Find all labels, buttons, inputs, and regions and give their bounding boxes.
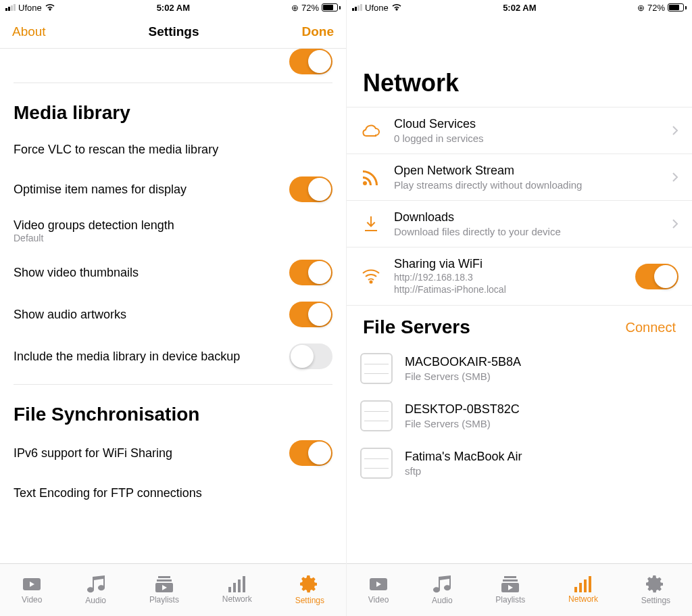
chevron-right-icon xyxy=(672,125,678,136)
toggle-unknown[interactable] xyxy=(289,49,332,74)
item-title: Cloud Services xyxy=(394,117,660,131)
item-sub: Play streams directly without downloadin… xyxy=(394,179,660,191)
row-label: Include the media library in device back… xyxy=(14,350,240,364)
network-icon xyxy=(574,576,592,592)
wifi-url-1: http://192.168.18.3 xyxy=(394,271,623,283)
item-cloud-services[interactable]: Cloud Services 0 logged in services xyxy=(347,107,692,154)
chevron-right-icon xyxy=(672,172,678,183)
music-icon xyxy=(87,575,105,594)
chevron-right-icon xyxy=(672,218,678,229)
toggle-thumbnails[interactable] xyxy=(289,260,332,285)
battery-icon xyxy=(322,3,341,11)
item-sub: Download files directly to your device xyxy=(394,226,660,237)
clock: 5:02 AM xyxy=(157,3,190,13)
done-button[interactable]: Done xyxy=(301,24,334,39)
row-rescan[interactable]: Force VLC to rescan the media library xyxy=(0,131,346,168)
toggle-ipv6[interactable] xyxy=(289,440,332,466)
tab-settings[interactable]: Settings xyxy=(641,575,670,605)
battery-icon xyxy=(668,3,687,11)
video-icon xyxy=(22,575,42,593)
carrier-label: Ufone xyxy=(18,3,42,13)
tab-audio[interactable]: Audio xyxy=(85,575,106,605)
gear-icon xyxy=(300,575,319,594)
row-label: Force VLC to rescan the media library xyxy=(14,143,218,157)
item-downloads[interactable]: Downloads Download files directly to you… xyxy=(347,201,692,247)
carrier-label: Ufone xyxy=(365,3,389,13)
tab-settings[interactable]: Settings xyxy=(295,575,324,605)
battery-percent: 72% xyxy=(301,3,319,13)
section-title: File Servers xyxy=(363,316,470,338)
about-button[interactable]: About xyxy=(12,24,46,39)
download-icon xyxy=(360,215,382,233)
tab-network[interactable]: Network xyxy=(568,576,598,604)
status-bar: Ufone 5:02 AM ⊕ 72% xyxy=(347,0,692,15)
row-encoding[interactable]: Text Encoding for FTP connections xyxy=(0,474,346,512)
network-icon xyxy=(228,576,246,592)
row-label: Video groups detection length xyxy=(14,218,174,233)
server-item[interactable]: DESKTOP-0BST82C File Servers (SMB) xyxy=(347,392,692,440)
signal-icon xyxy=(352,4,362,11)
network-content: Network Cloud Services 0 logged in servi… xyxy=(347,15,692,563)
partial-row xyxy=(0,49,346,82)
tab-audio[interactable]: Audio xyxy=(432,575,453,605)
svg-rect-21 xyxy=(589,576,591,592)
row-groups[interactable]: Video groups detection length Default xyxy=(0,210,346,252)
connect-button[interactable]: Connect xyxy=(626,320,676,335)
row-label: Show audio artworks xyxy=(14,308,126,322)
item-title: Downloads xyxy=(394,210,660,224)
svg-rect-15 xyxy=(503,579,518,582)
tab-video[interactable]: Video xyxy=(22,575,42,605)
server-name: Fatima's MacBook Air xyxy=(405,450,678,464)
server-item[interactable]: MACBOOKAIR-5B8A File Servers (SMB) xyxy=(347,345,692,392)
server-icon xyxy=(360,448,393,479)
stream-icon xyxy=(360,168,382,186)
toggle-wifi-sharing[interactable] xyxy=(635,264,678,289)
wifi-icon xyxy=(391,3,402,11)
tab-playlists[interactable]: Playlists xyxy=(149,575,179,605)
wifi-url-2: http://Fatimas-iPhone.local xyxy=(394,283,623,295)
clock: 5:02 AM xyxy=(503,3,536,13)
video-icon xyxy=(368,575,389,593)
server-type: File Servers (SMB) xyxy=(405,371,678,382)
svg-rect-8 xyxy=(238,579,241,592)
tab-video[interactable]: Video xyxy=(368,575,389,605)
server-item[interactable]: Fatima's MacBook Air sftp xyxy=(347,440,692,487)
row-artworks: Show audio artworks xyxy=(0,293,346,335)
tab-bar: Video Audio Playlists Network Settings xyxy=(347,563,692,616)
tab-network[interactable]: Network xyxy=(222,576,252,604)
tab-playlists[interactable]: Playlists xyxy=(495,575,525,605)
item-sub: 0 logged in services xyxy=(394,133,660,144)
server-type: File Servers (SMB) xyxy=(405,418,678,429)
settings-content: Media library Force VLC to rescan the me… xyxy=(0,49,346,563)
toggle-artworks[interactable] xyxy=(289,302,332,327)
page-title: Settings xyxy=(149,24,199,39)
toggle-backup[interactable] xyxy=(289,343,332,369)
orientation-lock-icon: ⊕ xyxy=(637,3,645,13)
nav-bar: About Settings Done xyxy=(0,15,346,49)
music-icon xyxy=(433,575,451,594)
svg-rect-9 xyxy=(243,576,245,592)
signal-icon xyxy=(5,4,16,11)
row-optimise: Optimise item names for display xyxy=(0,168,346,210)
section-media-library: Media library xyxy=(0,83,346,131)
svg-rect-7 xyxy=(233,583,236,592)
playlists-icon xyxy=(500,575,520,593)
file-servers-header: File Servers Connect xyxy=(347,306,692,345)
row-sublabel: Default xyxy=(14,233,174,243)
wifi-share-icon xyxy=(360,269,382,284)
settings-screen: Ufone 5:02 AM ⊕ 72% About Settings Done … xyxy=(0,0,346,616)
server-type: sftp xyxy=(405,465,678,477)
row-label: IPv6 support for WiFi Sharing xyxy=(14,446,172,460)
toggle-optimise[interactable] xyxy=(289,176,332,202)
item-wifi-sharing: Sharing via WiFi http://192.168.18.3 htt… xyxy=(347,247,692,306)
server-icon xyxy=(360,400,393,431)
gear-icon xyxy=(646,575,665,594)
item-title: Open Network Stream xyxy=(394,164,660,178)
svg-rect-6 xyxy=(228,587,231,592)
network-screen: Ufone 5:02 AM ⊕ 72% Network Cloud Servic… xyxy=(346,0,692,616)
item-open-stream[interactable]: Open Network Stream Play streams directl… xyxy=(347,154,692,201)
svg-rect-19 xyxy=(579,583,582,592)
svg-rect-3 xyxy=(157,579,172,582)
server-name: MACBOOKAIR-5B8A xyxy=(405,355,678,369)
server-icon xyxy=(360,353,393,384)
